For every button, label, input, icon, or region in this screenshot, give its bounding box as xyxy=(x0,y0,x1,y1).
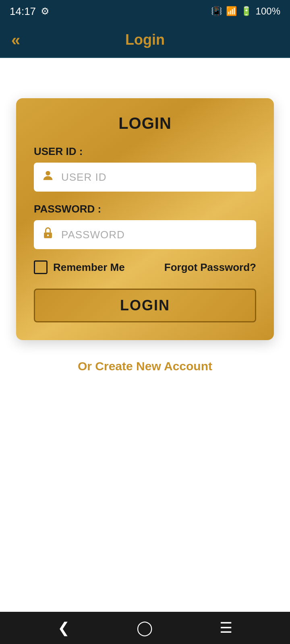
battery-icon: 🔋 xyxy=(241,6,252,17)
options-row: Remember Me Forgot Password? xyxy=(34,260,256,274)
app-header: « Login xyxy=(0,23,290,58)
settings-icon: ⚙ xyxy=(41,6,50,17)
status-left: 14:17 ⚙ xyxy=(10,5,50,18)
password-label: PASSWORD : xyxy=(34,203,256,215)
user-id-input-wrapper xyxy=(34,163,256,192)
svg-point-2 xyxy=(47,235,49,236)
remember-me-wrapper[interactable]: Remember Me xyxy=(34,260,125,274)
login-card-title: LOGIN xyxy=(34,114,256,132)
status-right: 📳 📶 🔋 100% xyxy=(211,6,280,17)
password-input-wrapper xyxy=(34,220,256,249)
login-button[interactable]: LOGIN xyxy=(34,289,256,322)
battery-percent: 100% xyxy=(256,6,280,17)
user-id-label: USER ID : xyxy=(34,145,256,158)
home-nav-icon[interactable]: ◯ xyxy=(137,619,153,636)
back-button[interactable]: « xyxy=(11,32,20,48)
svg-point-0 xyxy=(46,171,50,175)
bottom-nav-bar: ❮ ◯ ☰ xyxy=(0,612,290,644)
remember-me-checkbox[interactable] xyxy=(34,260,48,274)
wifi-icon: 📶 xyxy=(226,6,237,17)
lock-icon xyxy=(41,226,55,243)
user-icon xyxy=(41,169,55,186)
forgot-password-link[interactable]: Forgot Password? xyxy=(164,261,256,274)
vibration-icon: 📳 xyxy=(211,6,222,17)
password-input[interactable] xyxy=(61,229,249,241)
back-nav-icon[interactable]: ❮ xyxy=(58,619,70,636)
status-bar: 14:17 ⚙ 📳 📶 🔋 100% xyxy=(0,0,290,23)
login-card: LOGIN USER ID : PASSWORD : xyxy=(16,98,274,340)
page-title: Login xyxy=(125,31,165,48)
main-content: LOGIN USER ID : PASSWORD : xyxy=(0,58,290,612)
menu-nav-icon[interactable]: ☰ xyxy=(220,619,232,636)
user-id-input[interactable] xyxy=(61,171,249,184)
time-display: 14:17 xyxy=(10,5,36,18)
remember-me-label: Remember Me xyxy=(53,261,125,274)
create-account-link[interactable]: Or Create New Account xyxy=(78,359,212,373)
